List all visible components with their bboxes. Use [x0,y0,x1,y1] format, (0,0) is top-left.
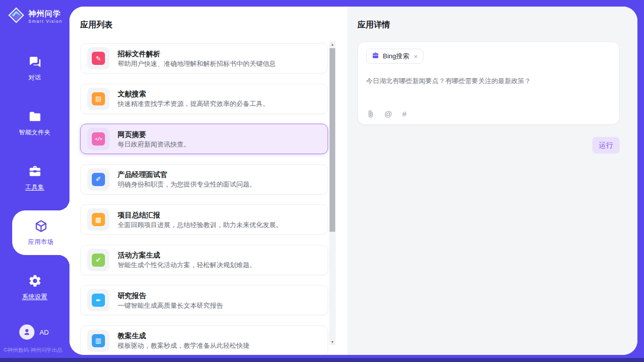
tag-close-icon[interactable]: × [414,53,418,60]
app-card-research-report[interactable]: ✒ 研究报告一键智能生成高质量长文本研究报告 [80,285,328,315]
tool-tag-bing-search[interactable]: Bing搜索 × [366,49,423,64]
bottom-bar [0,358,644,362]
logo-title: 神州问学 [28,9,62,18]
sidebar-item-label: 对话 [28,74,41,82]
sidebar-item-label: 工具集 [25,183,45,192]
app-card-bid-analysis[interactable]: ✎ 招标文件解析帮助用户快速、准确地理解和解析招标书中的关键信息 [80,43,328,74]
attach-icon[interactable] [366,110,374,118]
app-card-webpage-summary[interactable]: </> 网页摘要每日政府新闻资讯快查。 [80,124,328,154]
user-account[interactable]: AD [19,324,49,340]
sidebar-item-smart-folder[interactable]: 智能文件夹 [0,96,69,151]
app-list-title: 应用列表 [80,20,347,29]
app-card-pm-interviewer[interactable]: ✐ 产品经理面试官明确身份和职责，为您提供专业性的面试问题。 [80,164,328,195]
edit-pen-icon: ✎ [87,47,110,69]
app-card-lesson-plan[interactable]: ▥ 教案生成模板驱动，教案秒成，教学准备从此轻松快捷 [80,325,328,355]
prompt-card: Bing搜索 × 今日湖北有哪些新闻要点？有哪些需要关注的最新政策？ @ # [357,42,620,125]
book-icon: ▤ [87,88,110,110]
hashtag-icon[interactable]: # [402,110,406,118]
diamond-logo-icon [8,7,25,26]
app-detail-title: 应用详情 [357,20,620,29]
toolbox-icon [28,164,42,178]
tool-tag-label: Bing搜索 [383,52,409,61]
logo-subtitle: Smart Vision [28,19,62,24]
app-logo: 神州问学 Smart Vision [8,7,62,26]
books-icon: ▥ [87,330,110,352]
avatar [19,324,34,340]
chat-icon [28,55,42,69]
user-name: AD [40,329,49,336]
copyright-text: ©神州数码·神州问学出品 [4,347,62,354]
clipboard-check-icon: ✔ [87,249,110,271]
cube-icon [34,219,48,233]
scrollbar-thumb[interactable] [330,48,335,232]
run-button[interactable]: 运行 [592,137,620,154]
attachment-toolbar: @ # [366,110,611,118]
mention-icon[interactable]: @ [384,110,392,118]
app-list-panel: 应用列表 ✎ 招标文件解析帮助用户快速、准确地理解和解析招标书中的关键信息 ▤ … [69,7,347,355]
list-scrollbar[interactable]: ▲ ▼ [329,41,336,345]
sidebar-item-toolbox[interactable]: 工具集 [0,151,69,205]
sidebar: 神州问学 Smart Vision 对话 智能文件夹 工具集 [0,0,69,358]
app-card-literature-search[interactable]: ▤ 文献搜索快速精准查找学术资源，提高研究效率的必备工具。 [80,84,328,114]
app-card-list: ✎ 招标文件解析帮助用户快速、准确地理解和解析招标书中的关键信息 ▤ 文献搜索快… [80,43,328,355]
calendar-note-icon: ▦ [87,208,110,231]
sidebar-item-label: 智能文件夹 [19,128,51,137]
sidebar-item-settings[interactable]: 系统设置 [0,260,69,315]
research-pen-icon: ✒ [87,289,110,311]
gear-icon [28,274,42,288]
sidebar-nav: 对话 智能文件夹 工具集 应用市场 系统设置 [0,41,69,315]
scroll-down-icon[interactable]: ▼ [329,339,336,345]
sidebar-item-label: 系统设置 [22,293,48,301]
folder-icon [28,110,42,124]
app-detail-panel: 应用详情 Bing搜索 × 今日湖北有哪些新闻要点？有哪些需要关注的最新政策？ … [347,7,637,355]
webpage-code-icon: </> [87,128,110,150]
sidebar-item-chat[interactable]: 对话 [0,41,69,96]
sidebar-item-label: 应用市场 [28,238,54,246]
scroll-up-icon[interactable]: ▲ [329,41,336,48]
main-content: 应用列表 ✎ 招标文件解析帮助用户快速、准确地理解和解析招标书中的关键信息 ▤ … [69,7,637,355]
app-card-project-summary[interactable]: ▦ 项目总结汇报全面回顾项目进展，总结经验教训，助力未来优化发展。 [80,204,328,235]
sidebar-item-app-market[interactable]: 应用市场 [12,210,69,255]
query-text[interactable]: 今日湖北有哪些新闻要点？有哪些需要关注的最新政策？ [366,77,611,86]
interview-doc-icon: ✐ [87,168,110,191]
app-card-event-plan[interactable]: ✔ 活动方案生成智能生成个性化活动方案，轻松解决规划难题。 [80,245,328,275]
briefcase-icon [372,52,379,61]
